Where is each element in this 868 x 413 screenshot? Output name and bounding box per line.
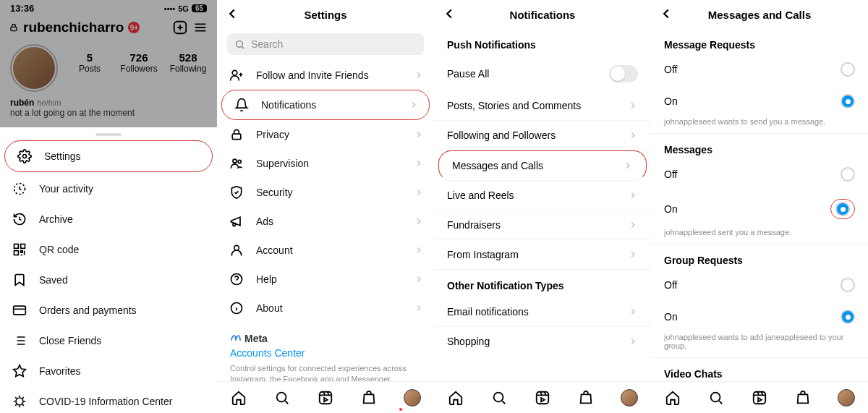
search-input[interactable]: Search bbox=[227, 33, 424, 55]
messages-title: Messages and Calls bbox=[708, 9, 812, 21]
chevron-icon bbox=[628, 190, 638, 200]
settings-supervision[interactable]: Supervision bbox=[217, 149, 434, 178]
notif-following[interactable]: Following and Followers bbox=[434, 121, 651, 150]
chevron-icon bbox=[628, 336, 638, 346]
info-icon bbox=[229, 300, 244, 316]
notif-live-label: Live and Reels bbox=[447, 190, 514, 201]
nav-shop-icon[interactable] bbox=[360, 389, 378, 406]
notif-live[interactable]: Live and Reels bbox=[434, 181, 651, 210]
notif-from-instagram[interactable]: From Instagram bbox=[434, 240, 651, 270]
nav-reels-icon[interactable] bbox=[534, 389, 551, 406]
settings-title: Settings bbox=[304, 9, 346, 21]
settings-about[interactable]: About bbox=[217, 294, 434, 323]
nav-reels-icon[interactable] bbox=[751, 389, 768, 406]
svg-rect-12 bbox=[232, 134, 241, 140]
nav-search-icon[interactable] bbox=[490, 389, 508, 406]
nav-shop-icon[interactable] bbox=[794, 389, 812, 406]
sheet-grabber[interactable] bbox=[95, 133, 122, 136]
messages-off[interactable]: Off bbox=[651, 158, 868, 190]
groupreq-on[interactable]: On bbox=[651, 301, 868, 333]
messages-on[interactable]: On bbox=[651, 190, 868, 228]
settings-ads[interactable]: Ads bbox=[217, 207, 434, 236]
back-icon[interactable] bbox=[224, 6, 240, 22]
settings-notifications[interactable]: Notifications bbox=[221, 90, 430, 120]
notif-pause-label: Pause All bbox=[447, 68, 489, 80]
settings-privacy-label: Privacy bbox=[256, 129, 289, 140]
pane-notifications: Notifications Push Notifications Pause A… bbox=[434, 0, 651, 413]
nav-profile-icon[interactable] bbox=[404, 389, 421, 406]
nav-home-icon[interactable] bbox=[664, 389, 681, 406]
chevron-icon bbox=[623, 161, 633, 171]
radio-on-highlighted[interactable] bbox=[835, 202, 850, 216]
star-icon bbox=[12, 363, 27, 379]
svg-rect-6 bbox=[14, 251, 19, 255]
radio-on[interactable] bbox=[841, 310, 855, 324]
settings-help[interactable]: Help bbox=[217, 265, 434, 294]
bottom-nav bbox=[651, 381, 868, 413]
accounts-center-link[interactable]: Accounts Center bbox=[230, 347, 421, 359]
chevron-icon bbox=[414, 303, 424, 313]
off-label: Off bbox=[664, 279, 677, 291]
radio-off[interactable] bbox=[841, 62, 855, 77]
msgreq-off[interactable]: Off bbox=[651, 54, 868, 85]
chevron-icon bbox=[628, 220, 638, 230]
radio-off[interactable] bbox=[841, 278, 855, 292]
menu-orders[interactable]: Orders and payments bbox=[0, 295, 217, 325]
nav-profile-icon[interactable] bbox=[838, 389, 855, 406]
users-icon bbox=[229, 156, 244, 171]
help-icon bbox=[229, 271, 244, 287]
settings-help-label: Help bbox=[256, 273, 277, 285]
hint-groupreq: johnappleseed wants to add janeappleseed… bbox=[651, 333, 868, 358]
nav-profile-icon[interactable] bbox=[621, 389, 638, 406]
lock-icon bbox=[229, 127, 244, 142]
menu-qr[interactable]: QR code bbox=[0, 234, 217, 265]
menu-activity[interactable]: Your activity bbox=[0, 174, 217, 204]
notif-email[interactable]: Email notifications bbox=[434, 297, 651, 327]
pane-messages-calls: Messages and Calls Message Requests Off … bbox=[651, 0, 868, 413]
chevron-icon bbox=[414, 187, 424, 197]
settings-ads-label: Ads bbox=[256, 216, 273, 227]
notif-shopping[interactable]: Shopping bbox=[434, 327, 651, 356]
nav-home-icon[interactable] bbox=[447, 389, 464, 406]
notif-fundraisers[interactable]: Fundraisers bbox=[434, 210, 651, 240]
back-icon[interactable] bbox=[441, 6, 457, 22]
svg-point-18 bbox=[277, 392, 286, 401]
svg-rect-5 bbox=[21, 244, 25, 249]
settings-security[interactable]: Security bbox=[217, 178, 434, 207]
groupreq-off[interactable]: Off bbox=[651, 269, 868, 301]
menu-close-friends[interactable]: Close Friends bbox=[0, 325, 217, 356]
notif-messages[interactable]: Messages and Calls bbox=[438, 150, 647, 181]
pause-switch[interactable] bbox=[609, 65, 638, 82]
settings-follow[interactable]: Follow and Invite Friends bbox=[217, 61, 434, 90]
nav-home-icon[interactable] bbox=[230, 389, 247, 406]
dim-overlay bbox=[0, 0, 217, 127]
menu-covid-label: COVID-19 Information Center bbox=[39, 396, 172, 407]
msgreq-on[interactable]: On bbox=[651, 85, 868, 117]
settings-account[interactable]: Account bbox=[217, 236, 434, 265]
nav-shop-icon[interactable] bbox=[577, 389, 595, 406]
notif-pause-all[interactable]: Pause All bbox=[434, 56, 651, 91]
nav-search-icon[interactable] bbox=[707, 389, 725, 406]
menu-settings[interactable]: Settings bbox=[4, 140, 213, 172]
on-label: On bbox=[664, 203, 678, 215]
settings-supervision-label: Supervision bbox=[256, 158, 309, 169]
notif-posts[interactable]: Posts, Stories and Comments bbox=[434, 91, 651, 121]
search-placeholder: Search bbox=[251, 38, 283, 50]
pane-profile: 13:36 •••• 5G 65 rubenchicharro 9+ 5Post… bbox=[0, 0, 217, 413]
svg-point-22 bbox=[711, 392, 720, 401]
radio-off[interactable] bbox=[841, 167, 855, 182]
bottom-nav bbox=[217, 381, 434, 413]
svg-rect-7 bbox=[14, 306, 26, 315]
notif-from-label: From Instagram bbox=[447, 249, 519, 260]
nav-search-icon[interactable] bbox=[273, 389, 291, 406]
menu-favorites[interactable]: Favorites bbox=[0, 356, 217, 386]
menu-archive[interactable]: Archive bbox=[0, 204, 217, 234]
back-icon[interactable] bbox=[658, 6, 674, 22]
radio-on[interactable] bbox=[841, 94, 855, 108]
menu-saved[interactable]: Saved bbox=[0, 265, 217, 295]
nav-reels-icon[interactable] bbox=[317, 389, 334, 406]
settings-privacy[interactable]: Privacy bbox=[217, 120, 434, 149]
card-icon bbox=[12, 302, 27, 318]
menu-covid[interactable]: COVID-19 Information Center bbox=[0, 386, 217, 413]
section-group-requests: Group Requests bbox=[651, 244, 868, 269]
